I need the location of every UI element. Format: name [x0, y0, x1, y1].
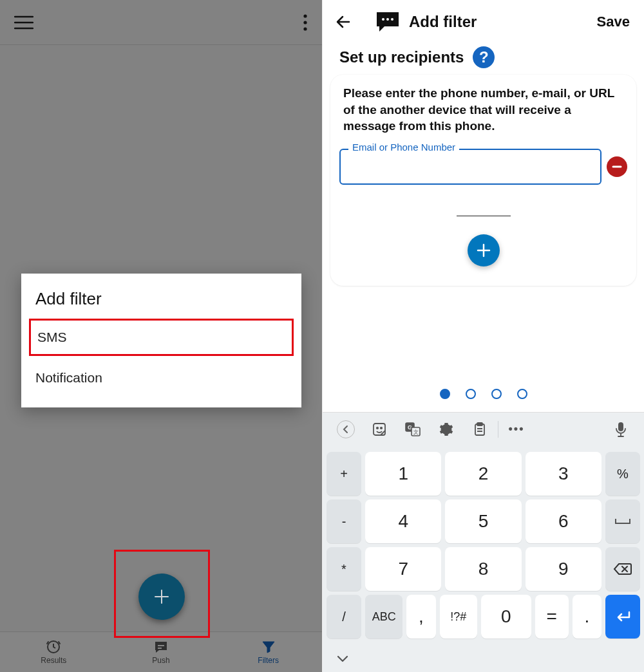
dialog-option-notification[interactable]: Notification — [21, 360, 301, 396]
card-instruction-text: Please enter the phone number, e-mail, o… — [339, 85, 627, 135]
key-plus[interactable]: + — [327, 452, 361, 496]
key-7[interactable]: 7 — [365, 547, 441, 591]
dialog-option-notification-label: Notification — [35, 370, 102, 385]
key-symbols[interactable]: !?# — [440, 595, 477, 639]
svg-text:文: 文 — [413, 429, 419, 435]
svg-point-7 — [386, 18, 389, 21]
key-abc[interactable]: ABC — [365, 595, 402, 639]
kb-translate-icon[interactable]: G文 — [396, 416, 430, 442]
kb-more-icon[interactable]: ••• — [500, 416, 533, 442]
key-equals[interactable]: = — [535, 595, 569, 639]
svg-point-6 — [382, 18, 384, 21]
kb-settings-icon[interactable] — [430, 416, 463, 442]
back-button[interactable] — [334, 12, 354, 32]
keyboard-bottom-bar — [323, 645, 644, 672]
key-2[interactable]: 2 — [445, 452, 521, 496]
key-0[interactable]: 0 — [481, 595, 531, 639]
right-topbar: Add filter Save — [323, 0, 644, 44]
divider — [457, 216, 511, 216]
dialog-option-sms-label: SMS — [37, 330, 67, 344]
page-indicator — [323, 389, 644, 399]
kb-mic-icon[interactable] — [604, 416, 638, 442]
recipient-field: Email or Phone Number — [339, 149, 601, 185]
page-dot-3[interactable] — [491, 389, 502, 399]
key-8[interactable]: 8 — [445, 547, 521, 591]
key-asterisk[interactable]: * — [327, 547, 361, 591]
key-9[interactable]: 9 — [526, 547, 601, 591]
key-enter[interactable] — [605, 595, 640, 639]
page-title: Add filter — [409, 13, 477, 31]
key-dot[interactable]: . — [573, 595, 601, 639]
page-dot-4[interactable] — [517, 389, 527, 399]
save-button[interactable]: Save — [597, 14, 632, 30]
page-dot-1[interactable] — [440, 389, 450, 399]
svg-point-11 — [381, 427, 382, 428]
key-backspace[interactable] — [605, 547, 640, 591]
key-comma[interactable]: , — [406, 595, 435, 639]
kb-clipboard-icon[interactable] — [463, 416, 497, 442]
recipient-input[interactable] — [339, 149, 601, 185]
keyboard-collapse-icon[interactable] — [333, 649, 352, 668]
key-6[interactable]: 6 — [526, 499, 601, 543]
key-5[interactable]: 5 — [445, 499, 521, 543]
svg-point-10 — [377, 427, 378, 428]
left-screen: Results Push Filters Add filter SMS — [0, 0, 322, 672]
add-filter-dialog: Add filter SMS Notification — [21, 274, 301, 407]
key-space[interactable] — [605, 499, 640, 543]
recipients-card: Please enter the phone number, e-mail, o… — [330, 75, 636, 286]
section-title: Set up recipients — [339, 48, 464, 66]
right-screen: Add filter Save Set up recipients ? Plea… — [322, 0, 644, 672]
dialog-title: Add filter — [21, 288, 301, 318]
svg-rect-9 — [374, 424, 385, 435]
key-minus[interactable]: - — [327, 499, 361, 543]
kb-sticker-icon[interactable] — [363, 416, 396, 442]
numeric-keyboard: G文 ••• + 1 2 3 — [323, 412, 644, 672]
svg-rect-18 — [618, 422, 623, 431]
page-dot-2[interactable] — [466, 389, 476, 399]
key-4[interactable]: 4 — [365, 499, 441, 543]
remove-recipient-button[interactable] — [607, 156, 627, 177]
add-recipient-button[interactable] — [468, 234, 500, 266]
kb-collapse-toolbar-icon[interactable] — [329, 416, 363, 442]
keyboard-toolbar: G文 ••• — [323, 412, 644, 445]
add-fab[interactable] — [138, 574, 185, 620]
help-icon[interactable]: ? — [473, 46, 495, 68]
key-percent[interactable]: % — [605, 452, 640, 496]
svg-point-8 — [391, 18, 393, 21]
key-1[interactable]: 1 — [365, 452, 441, 496]
svg-rect-17 — [477, 423, 482, 425]
section-header: Set up recipients ? — [323, 44, 644, 75]
key-slash[interactable]: / — [327, 595, 361, 639]
chat-bubble-icon — [375, 11, 400, 33]
dialog-option-sms[interactable]: SMS — [29, 319, 294, 356]
key-3[interactable]: 3 — [526, 452, 601, 496]
recipient-field-label: Email or Phone Number — [348, 142, 459, 153]
